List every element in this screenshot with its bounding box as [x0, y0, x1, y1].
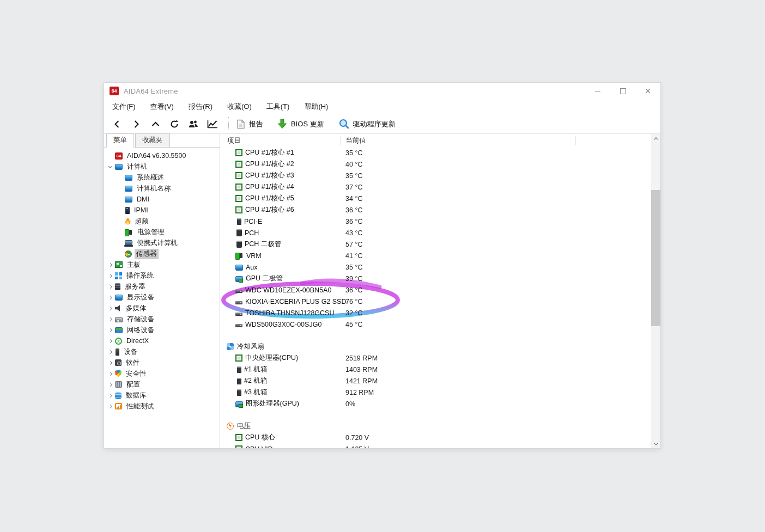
laptop-icon: [125, 240, 132, 246]
sensor-row-chassis3-fan[interactable]: #3 机箱 912 RPM: [227, 387, 660, 398]
sidebar-item-ipmi[interactable]: IPMI: [104, 205, 220, 216]
report-doc-icon: [236, 119, 245, 129]
sensor-row-wdc-hdd[interactable]: WDC WD10EZEX-00BN5A0 36 °C: [227, 284, 660, 296]
sensor-value: 0.720 V: [345, 434, 369, 442]
sensor-label: GPU 二极管: [246, 274, 283, 283]
sensor-row-vrm[interactable]: VRM 41 °C: [227, 250, 660, 261]
sensor-row-cpu1-core2[interactable]: CPU #1/核心 #2 40 °C: [227, 158, 660, 170]
users-icon[interactable]: [187, 118, 200, 130]
column-value[interactable]: 当前值: [345, 136, 366, 145]
sidebar-item-network-devices[interactable]: 网络设备: [104, 325, 220, 335]
sensor-row-wds-ssd[interactable]: WDS500G3X0C-00SJG0 45 °C: [227, 319, 660, 330]
bios-update-button[interactable]: BIOS 更新: [277, 119, 324, 129]
sidebar-item-multimedia[interactable]: 多媒体: [104, 303, 220, 314]
sensor-row-pci-e[interactable]: PCI-E 36 °C: [227, 216, 660, 227]
sensor-row-kioxia-ssd[interactable]: KIOXIA-EXCERIA PLUS G2 SSD 76 °C: [227, 296, 660, 307]
sidebar-item-power-management[interactable]: 电源管理: [104, 227, 220, 237]
menu-item-report[interactable]: 报告(R): [189, 102, 212, 112]
sensor-row-pch-diode[interactable]: PCH 二极管 57 °C: [227, 239, 660, 250]
menu-item-tools[interactable]: 工具(T): [266, 102, 290, 112]
sidebar-item-server[interactable]: 服务器: [104, 281, 220, 292]
sensor-row-toshiba-ssd[interactable]: TOSHIBA THNSNJ128GCSU 32 °C: [227, 307, 660, 319]
tree-item-label: 配置: [125, 380, 142, 390]
sidebar-item-config[interactable]: 配置: [104, 379, 220, 390]
aida64-window: 64 AIDA64 Extreme 文件(F)查看(V)报告(R)收藏(O)工具…: [104, 83, 660, 448]
menu-item-favorites[interactable]: 收藏(O): [227, 102, 252, 112]
minimize-icon[interactable]: [585, 83, 610, 99]
up-icon[interactable]: [149, 118, 162, 130]
chevron-right-icon: [108, 339, 112, 343]
sidebar-item-dmi[interactable]: DMI: [104, 194, 220, 205]
sidebar-item-system-overview[interactable]: 系统概述: [104, 172, 220, 183]
sidebar-item-portable-computer[interactable]: 便携式计算机: [104, 237, 220, 248]
sensor-row-cpu1-core4[interactable]: CPU #1/核心 #4 37 °C: [227, 181, 660, 193]
sidebar-item-computer-name[interactable]: 计算机名称: [104, 183, 220, 194]
sensor-rows: CPU #1/核心 #1 35 °C CPU #1/核心 #2 40 °C CP…: [220, 147, 660, 448]
chevron-right-icon: [108, 350, 112, 353]
tree-item-label: 设备: [122, 347, 139, 357]
tab-favorites[interactable]: 收藏夹: [135, 133, 170, 148]
maximize-icon[interactable]: [610, 83, 635, 99]
sensor-label: TOSHIBA THNSNJ128GCSU: [245, 309, 334, 317]
report-button[interactable]: 报告: [236, 119, 263, 129]
tree-item-label: 传感器: [135, 249, 159, 259]
menu-item-file[interactable]: 文件(F): [112, 102, 136, 112]
sensor-row-cpu1-core5[interactable]: CPU #1/核心 #5 34 °C: [227, 193, 660, 204]
sensor-row-cpu1-core3[interactable]: CPU #1/核心 #3 35 °C: [227, 170, 660, 181]
sensor-row-chassis1-fan[interactable]: #1 机箱 1403 RPM: [227, 364, 660, 375]
column-divider[interactable]: [340, 136, 341, 145]
menu-item-help[interactable]: 帮助(H): [304, 102, 328, 112]
sidebar-item-operating-system[interactable]: 操作系统: [104, 270, 220, 281]
sensor-label: CPU #1/核心 #3: [245, 171, 294, 180]
tree-item-label: 显示设备: [125, 292, 156, 303]
tree-item-label: 便携式计算机: [135, 238, 179, 248]
sidebar-item-security[interactable]: 安全性: [104, 368, 220, 379]
refresh-icon[interactable]: [168, 118, 181, 130]
chip-icon: [236, 229, 242, 236]
forward-icon[interactable]: [130, 118, 143, 130]
disk-icon: [235, 301, 242, 304]
sensor-row-pch[interactable]: PCH 43 °C: [227, 227, 660, 239]
sidebar-item-devices[interactable]: 设备: [104, 346, 220, 357]
back-icon[interactable]: [111, 118, 124, 130]
column-divider[interactable]: [575, 136, 576, 145]
scroll-up-icon[interactable]: [651, 134, 660, 143]
windows-icon: [115, 272, 122, 279]
chart-icon[interactable]: [206, 118, 219, 130]
sensor-value: 912 RPM: [345, 389, 374, 396]
sensor-row-cpu1-core1[interactable]: CPU #1/核心 #1 35 °C: [227, 147, 660, 158]
driver-update-button[interactable]: 驱动程序更新: [338, 119, 396, 129]
sensor-row-gpu-diode[interactable]: GPU 二极管 39 °C: [227, 273, 660, 284]
sidebar-item-software[interactable]: 软件: [104, 357, 220, 368]
sidebar-item-directx[interactable]: DirectX: [104, 335, 220, 346]
tree-item-label: 计算机: [125, 162, 149, 172]
sidebar-item-aida64-version[interactable]: AIDA64 v6.30.5500: [104, 150, 220, 161]
sensor-row-aux[interactable]: Aux 35 °C: [227, 261, 660, 273]
close-icon[interactable]: [635, 83, 660, 99]
sidebar-item-database[interactable]: 数据库: [104, 390, 220, 401]
sidebar-item-motherboard[interactable]: 主板: [104, 259, 220, 270]
sensor-row-gpu-fan[interactable]: 图形处理器(GPU) 0%: [227, 398, 660, 409]
chevron-right-icon: [108, 382, 112, 386]
scrollbar-thumb[interactable]: [651, 190, 660, 326]
toolbar-separator: [228, 117, 229, 131]
sidebar-item-sensors[interactable]: 传感器: [104, 248, 220, 259]
tree-item-label: 电源管理: [136, 227, 166, 237]
tab-menu[interactable]: 菜单: [106, 133, 134, 148]
sidebar-item-computer[interactable]: 计算机: [104, 161, 220, 172]
scroll-down-icon[interactable]: [651, 439, 660, 448]
sensor-row-cpu-core-voltage[interactable]: CPU 核心 0.720 V: [227, 432, 660, 443]
sidebar-item-display-devices[interactable]: 显示设备: [104, 292, 220, 303]
sensor-row-chassis2-fan[interactable]: #2 机箱 1421 RPM: [227, 375, 660, 387]
column-item[interactable]: 项目: [227, 136, 241, 145]
sidebar-item-storage-devices[interactable]: 存储设备: [104, 314, 220, 325]
sidebar-item-benchmark[interactable]: 性能测试: [104, 401, 220, 412]
toolbar: 报告 BIOS 更新 驱动程序更新: [104, 114, 660, 134]
sensor-row-cpu-vid[interactable]: CPU VID 1.105 V: [227, 443, 660, 448]
sensor-row-cpu1-core6[interactable]: CPU #1/核心 #6 36 °C: [227, 204, 660, 216]
sensor-value: 2519 RPM: [345, 354, 378, 362]
vertical-scrollbar[interactable]: [651, 134, 660, 448]
menu-item-view[interactable]: 查看(V): [150, 102, 174, 112]
sidebar-item-overclock[interactable]: 超频: [104, 216, 220, 227]
sensor-row-cpu-fan[interactable]: 中央处理器(CPU) 2519 RPM: [227, 352, 660, 364]
